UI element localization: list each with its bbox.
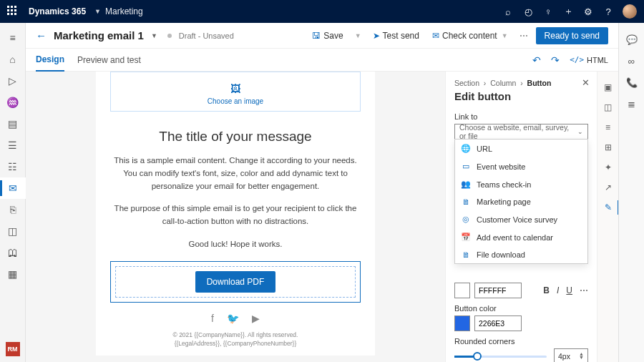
activity-icon[interactable]: ◫ (0, 220, 26, 242)
help-icon[interactable]: ? (598, 6, 618, 17)
html-toggle[interactable]: HTML (570, 55, 608, 64)
option-add-event[interactable]: 📅Add event to calendar (455, 228, 587, 246)
option-customer-voice[interactable]: ◎Customer Voice survey (455, 210, 587, 228)
option-label: Marketing page (477, 197, 531, 206)
font-color-swatch[interactable] (454, 283, 470, 298)
product-name[interactable]: Dynamics 365 (29, 6, 86, 16)
bold-button[interactable]: B (543, 285, 550, 295)
segment-icon[interactable]: ▤ (0, 113, 26, 134)
edit-tab-icon[interactable]: ✎ (597, 197, 619, 217)
template-icon[interactable]: ⎘ (0, 199, 26, 220)
email-body-2[interactable]: The purpose of this simple email is to g… (110, 202, 361, 228)
footer-address: {{LegalAddress}}, {{CompanyPhoneNumber}} (110, 340, 361, 348)
email-icon[interactable]: ✉ (0, 177, 26, 199)
flow-icon[interactable]: ☰ (0, 134, 26, 156)
status-dot (167, 34, 172, 38)
italic-button[interactable]: I (557, 285, 559, 295)
button-color-label: Button color (454, 304, 588, 313)
settings-icon[interactable]: ⚙ (578, 6, 598, 17)
font-color-label (454, 271, 588, 280)
facebook-icon[interactable]: f (211, 313, 214, 324)
add-icon[interactable]: ＋ (558, 5, 578, 18)
cta-button[interactable]: Download PDF (195, 271, 276, 293)
area-name[interactable]: Marketing (105, 6, 143, 16)
link-to-select[interactable]: Choose a website, email, survey, or file… (454, 124, 588, 140)
task-icon[interactable]: ◴ (518, 6, 538, 17)
chat-icon[interactable]: 💬 (619, 29, 645, 50)
play-icon[interactable]: ▷ (0, 70, 26, 92)
option-url[interactable]: 🌐URL (455, 140, 587, 157)
crumb-section[interactable]: Section (454, 79, 479, 87)
command-bar: ← Marketing email 1 ▼ Draft - Unsaved 🖫S… (26, 23, 618, 49)
toolbox-rail: ▣ ◫ ≡ ⊞ ✦ ↗ ✎ (597, 72, 618, 362)
stepper-icon[interactable]: ▲▼ (579, 353, 584, 360)
chevron-down-icon: ⌄ (577, 128, 583, 135)
back-button[interactable]: ← (36, 29, 47, 41)
check-split[interactable]: ▼ (500, 32, 509, 39)
button-color-swatch[interactable] (454, 315, 470, 331)
journeys-icon[interactable]: ♒ (0, 92, 26, 113)
preview-tab-icon[interactable]: ↗ (597, 177, 619, 197)
ready-to-send-button[interactable]: Ready to send (536, 27, 608, 44)
record-title: Marketing email 1 (54, 29, 144, 41)
check-content-button[interactable]: ✉Check content▼ (429, 29, 512, 43)
calendar-icon[interactable]: ☷ (0, 156, 26, 177)
search-icon[interactable]: ⌕ (498, 6, 518, 17)
save-split[interactable]: ▼ (353, 32, 363, 39)
option-label: Teams check-in (477, 180, 531, 189)
rounded-slider[interactable] (454, 356, 547, 358)
youtube-icon[interactable]: ▶ (252, 313, 260, 324)
sections-tab-icon[interactable]: ◫ (597, 97, 619, 117)
send-icon: ➤ (373, 31, 380, 41)
undo-button[interactable]: ↶ (532, 54, 541, 66)
area-switcher[interactable]: RM (6, 342, 20, 356)
app-launcher-icon[interactable] (7, 6, 19, 17)
option-label: Customer Voice survey (477, 215, 557, 224)
styles-tab-icon[interactable]: ≡ (597, 117, 619, 137)
underline-button[interactable]: U (566, 285, 572, 295)
list-icon[interactable]: ≣ (619, 93, 645, 114)
home-icon[interactable]: ⌂ (0, 49, 26, 70)
social-row: f 🐦 ▶ (110, 313, 361, 324)
record-status: Draft - Unsaved (179, 31, 234, 40)
ai-tab-icon[interactable]: ✦ (597, 157, 619, 177)
image-placeholder[interactable]: 🖼 Choose an image (110, 72, 361, 112)
phone-icon[interactable]: 📞 (619, 72, 645, 93)
more-format-button[interactable]: ⋯ (580, 285, 588, 295)
idea-icon[interactable]: ♀ (538, 6, 558, 17)
save-button[interactable]: 🖫Save (309, 29, 346, 43)
email-footer[interactable]: © 2021 {{CompanyName}}. All rights reser… (110, 331, 361, 348)
user-avatar[interactable] (623, 4, 637, 19)
option-marketing-page[interactable]: 🗎Marketing page (455, 193, 587, 210)
rounded-input[interactable]: 4px ▲▼ (554, 348, 588, 362)
email-title[interactable]: The title of your message (110, 129, 361, 145)
option-event-website[interactable]: ▭Event website (455, 157, 587, 175)
tab-design[interactable]: Design (36, 49, 64, 72)
layout-tab-icon[interactable]: ⊞ (597, 137, 619, 157)
email-body-1[interactable]: This is a sample email content. Change i… (110, 155, 361, 192)
tab-preview[interactable]: Preview and test (77, 49, 141, 72)
option-label: URL (477, 145, 492, 153)
redo-button[interactable]: ↷ (551, 54, 560, 66)
link-icon[interactable]: ∞ (619, 50, 645, 72)
email-body-3[interactable]: Good luck! Hope it works. (110, 238, 361, 251)
option-teams-checkin[interactable]: 👥Teams check-in (455, 175, 587, 193)
font-color-input[interactable] (474, 283, 522, 298)
option-file-download[interactable]: 🗎File download (455, 246, 587, 263)
crumb-column[interactable]: Column (490, 79, 516, 87)
email-canvas[interactable]: 🖼 Choose an image The title of your mess… (26, 72, 445, 362)
twitter-icon[interactable]: 🐦 (227, 313, 239, 324)
library-icon[interactable]: 🕮 (0, 242, 26, 263)
menu-icon[interactable]: ≡ (0, 27, 26, 49)
left-sitemap: ≡ ⌂ ▷ ♒ ▤ ☰ ☷ ✉ ⎘ ◫ 🕮 ▦ RM (0, 23, 26, 362)
more-button[interactable]: ⋯ (519, 31, 529, 41)
panel-breadcrumb: Section › Column › Button (454, 79, 588, 87)
test-send-button[interactable]: ➤Test send (370, 29, 422, 43)
chevron-down-icon[interactable]: ▼ (151, 32, 157, 39)
elements-tab-icon[interactable]: ▣ (597, 77, 619, 97)
file-icon: 🗎 (461, 250, 471, 259)
cta-selection[interactable]: Download PDF (110, 261, 361, 303)
grid-icon[interactable]: ▦ (0, 263, 26, 285)
button-color-input[interactable] (474, 315, 522, 331)
close-panel-icon[interactable]: ✕ (582, 77, 590, 88)
